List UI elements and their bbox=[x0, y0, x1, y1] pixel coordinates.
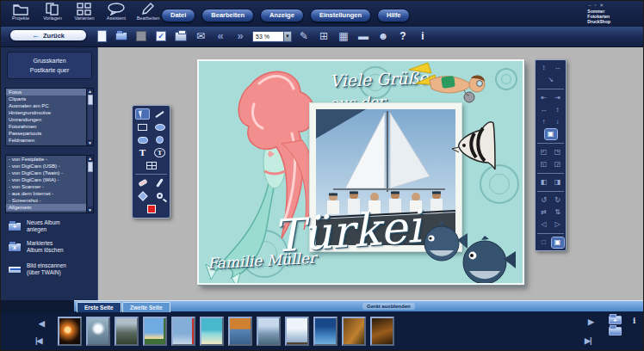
center-vertical-icon[interactable]: ↕ bbox=[552, 105, 564, 115]
next-photos-icon[interactable]: ▶ bbox=[588, 317, 593, 326]
group-icon[interactable]: ◧ bbox=[538, 177, 550, 188]
category-item[interactable]: Umrandungen bbox=[6, 116, 93, 123]
album-folder-icon[interactable] bbox=[609, 327, 622, 336]
first-photos-icon[interactable]: |◀ bbox=[35, 336, 41, 345]
edit-button[interactable]: Bearbeiten bbox=[133, 2, 163, 21]
pipette-tool[interactable] bbox=[152, 177, 167, 188]
edit-object-button[interactable]: ✎ bbox=[296, 28, 312, 44]
rounded-rectangle-tool[interactable] bbox=[135, 134, 150, 145]
thumbnail-autumn-lake[interactable] bbox=[228, 317, 252, 346]
delete-album-button[interactable]: x Markiertes Album löschen bbox=[8, 240, 64, 254]
menu-bearbeiten[interactable]: Bearbeiten bbox=[201, 9, 254, 22]
mirror-left-icon[interactable]: ◁ bbox=[538, 219, 550, 230]
menu-hilfe[interactable]: Hilfe bbox=[377, 9, 410, 22]
source-item[interactable]: - von DigiCam (WIA) - bbox=[6, 176, 93, 183]
flip-vertical-icon[interactable]: ⇅ bbox=[552, 207, 564, 218]
thumbnail-beach-tree[interactable] bbox=[143, 317, 167, 346]
resize-height-icon[interactable]: ↕ bbox=[538, 63, 550, 73]
thumbnail-lighthouse[interactable] bbox=[171, 317, 195, 346]
category-item[interactable]: Fotorahmen bbox=[6, 123, 93, 130]
menu-einstellungen[interactable]: Einstellungen bbox=[310, 9, 371, 22]
save-button[interactable] bbox=[133, 28, 149, 44]
close-button[interactable]: ✕ bbox=[599, 3, 604, 8]
ungroup-icon[interactable]: ◨ bbox=[552, 177, 564, 188]
align-bottom-icon[interactable]: ↓ bbox=[552, 117, 564, 127]
align-left-icon[interactable]: ⇤ bbox=[538, 93, 550, 103]
variants-button[interactable]: Varianten bbox=[70, 2, 99, 21]
category-scrollbar[interactable]: ▲ ▼ bbox=[86, 89, 93, 145]
scan-image-button[interactable]: Bild einscannen (über TWAIN) bbox=[8, 262, 66, 276]
postcard-design[interactable]: Viele Grüße aus der bbox=[197, 59, 524, 285]
scroll-up-icon[interactable]: ▲ bbox=[88, 156, 92, 161]
center-both-icon[interactable]: ▣ bbox=[545, 129, 557, 139]
scrollbar-thumb[interactable] bbox=[88, 162, 93, 172]
fill-toggle-icon[interactable]: ▣ bbox=[552, 237, 564, 248]
zoom-tool[interactable] bbox=[152, 190, 167, 201]
source-item[interactable]: - von DigiCam (Twain) - bbox=[6, 169, 93, 176]
ellipse-tool[interactable] bbox=[152, 121, 167, 132]
bring-forward-icon[interactable]: ◱ bbox=[538, 159, 550, 169]
category-item[interactable]: Feldnamen bbox=[6, 137, 93, 144]
tab-zweite-seite[interactable]: Zweite Seite bbox=[122, 302, 170, 312]
album-folder-plus-icon[interactable]: + bbox=[609, 316, 622, 324]
previous-photos-icon[interactable]: ◀ bbox=[39, 319, 44, 328]
assistant-button[interactable]: Assistent bbox=[102, 2, 131, 21]
line-tool[interactable] bbox=[152, 108, 167, 120]
fill-tool[interactable] bbox=[135, 190, 150, 201]
grid-button[interactable]: ▦ bbox=[336, 28, 351, 44]
resize-diagonal-icon[interactable]: ↘ bbox=[545, 75, 557, 85]
menu-anzeige[interactable]: Anzeige bbox=[260, 9, 304, 22]
undo-button[interactable]: « bbox=[213, 28, 228, 44]
open-button[interactable] bbox=[114, 28, 129, 44]
send-backward-icon[interactable]: ◲ bbox=[552, 159, 564, 169]
thumbnail-winter-trees[interactable] bbox=[285, 317, 309, 346]
thumbnail-mountains[interactable] bbox=[115, 317, 139, 346]
templates-button[interactable]: Vorlagen bbox=[38, 2, 67, 21]
minimize-button[interactable]: – bbox=[588, 3, 591, 8]
thumbnail-autumn-forest[interactable] bbox=[342, 317, 366, 346]
select-tool[interactable] bbox=[135, 108, 150, 120]
back-button[interactable]: ← Zurück bbox=[9, 29, 87, 41]
align-top-icon[interactable]: ↑ bbox=[538, 117, 550, 127]
last-photos-icon[interactable]: ▶| bbox=[585, 336, 591, 345]
text-tool[interactable]: T bbox=[135, 147, 150, 158]
mail-button[interactable]: ✉ bbox=[193, 28, 208, 44]
source-item[interactable]: - von Festplatte - bbox=[6, 156, 93, 163]
table-tool[interactable] bbox=[144, 160, 158, 171]
source-item[interactable]: - von Scanner - bbox=[6, 183, 93, 190]
new-album-button[interactable]: + Neues Album anlegen bbox=[8, 219, 60, 233]
category-item[interactable]: Hintergrundmotive bbox=[6, 109, 93, 116]
source-item[interactable]: - Screenshot - bbox=[6, 197, 93, 204]
info-button[interactable]: i bbox=[415, 28, 430, 44]
ruler-button[interactable]: ▬ bbox=[356, 28, 371, 44]
pufferfish-clipart[interactable] bbox=[412, 221, 516, 285]
thumbnail-fireworks[interactable] bbox=[58, 317, 82, 346]
source-item[interactable]: Allgemein bbox=[6, 204, 93, 211]
print-button[interactable] bbox=[173, 28, 189, 44]
category-item[interactable]: Passepartouts bbox=[6, 130, 93, 137]
category-item[interactable]: Cliparts bbox=[6, 95, 93, 102]
rotate-left-icon[interactable]: ↺ bbox=[538, 195, 550, 206]
new-document-button[interactable] bbox=[94, 28, 109, 44]
thumbnail-fountain[interactable] bbox=[86, 317, 110, 346]
source-item[interactable]: - von DigiCam (USB) - bbox=[6, 163, 93, 169]
assistant-help-button[interactable]: ☻ bbox=[375, 28, 391, 44]
resize-width-icon[interactable]: ↔ bbox=[552, 63, 564, 73]
scroll-down-icon[interactable]: ▼ bbox=[88, 140, 92, 145]
projects-button[interactable]: Projekte bbox=[6, 2, 35, 21]
category-item[interactable]: Fotos bbox=[6, 89, 93, 95]
tab-erste-seite[interactable]: Erste Seite bbox=[77, 302, 121, 312]
diver-clipart[interactable] bbox=[407, 61, 493, 106]
source-item[interactable]: - aus dem Internet - bbox=[6, 190, 93, 197]
align-right-icon[interactable]: ⇥ bbox=[552, 93, 564, 103]
mirror-right-icon[interactable]: ▷ bbox=[552, 219, 564, 230]
angelfish-clipart[interactable] bbox=[450, 118, 497, 171]
thumbnail-ocean[interactable] bbox=[313, 317, 337, 346]
thumbnail-autumn-dark[interactable] bbox=[370, 317, 394, 346]
circle-tool[interactable] bbox=[152, 134, 167, 145]
maximize-button[interactable]: ▫ bbox=[594, 3, 596, 8]
scroll-up-icon[interactable]: ▲ bbox=[88, 89, 92, 94]
category-item[interactable]: Ausmalen am PC bbox=[6, 102, 93, 109]
zoom-dropdown[interactable]: 53 % ▼ bbox=[252, 31, 292, 42]
help-button[interactable]: ? bbox=[395, 28, 411, 44]
